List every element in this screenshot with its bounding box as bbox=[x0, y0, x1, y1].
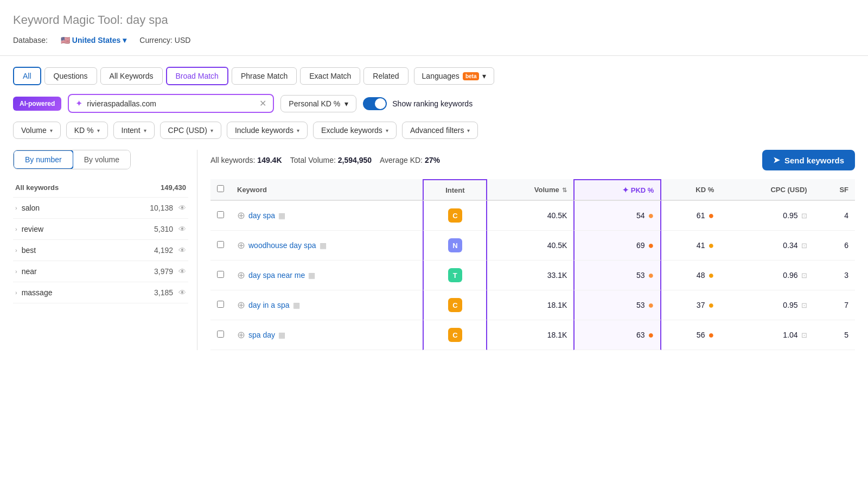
eye-icon[interactable]: 👁 bbox=[178, 267, 186, 276]
expand-arrow-icon: › bbox=[15, 289, 17, 296]
db-row: Database: 🇺🇸 United States ▾ Currency: U… bbox=[13, 36, 855, 45]
row-checkbox[interactable] bbox=[217, 271, 224, 278]
kd-filter[interactable]: KD % ▾ bbox=[66, 122, 108, 139]
show-ranking-toggle[interactable] bbox=[363, 97, 387, 110]
kd-value: 48 bbox=[697, 271, 705, 280]
database-country[interactable]: 🇺🇸 United States ▾ bbox=[61, 36, 126, 45]
row-checkbox[interactable] bbox=[217, 241, 224, 248]
pkd-value: 63 bbox=[636, 331, 645, 339]
add-icon[interactable]: ⊕ bbox=[237, 239, 245, 251]
keyword-link[interactable]: day spa near me bbox=[248, 271, 305, 280]
cpc-cell: 1.04 ⊡ bbox=[720, 320, 813, 350]
pkd-dot-icon: ● bbox=[648, 270, 654, 281]
list-item[interactable]: › massage 3,185 👁 bbox=[13, 282, 188, 303]
kd-cell: 61 ● bbox=[661, 201, 720, 231]
row-checkbox-cell bbox=[210, 261, 231, 290]
row-checkbox[interactable] bbox=[217, 331, 224, 338]
eye-icon[interactable]: 👁 bbox=[178, 288, 186, 297]
tab-phrase-match[interactable]: Phrase Match bbox=[232, 67, 297, 85]
eye-icon[interactable]: 👁 bbox=[178, 204, 186, 212]
chevron-down-icon: ▾ bbox=[97, 128, 100, 134]
add-icon[interactable]: ⊕ bbox=[237, 210, 245, 221]
eye-icon[interactable]: 👁 bbox=[178, 225, 186, 233]
view-toggle: By number By volume bbox=[13, 150, 131, 169]
sf-cell: 6 bbox=[814, 231, 855, 261]
tabs-row: All Questions All Keywords Broad Match P… bbox=[13, 67, 855, 85]
intent-badge-c: C bbox=[448, 208, 462, 223]
send-keywords-button[interactable]: ➤ Send keywords bbox=[762, 150, 855, 170]
pkd-cell: 69 ● bbox=[573, 231, 661, 261]
search-input[interactable] bbox=[87, 99, 255, 108]
sidebar-item-left: › review bbox=[15, 225, 43, 233]
sparkle-icon: ✦ bbox=[622, 186, 629, 194]
include-keywords-filter[interactable]: Include keywords ▾ bbox=[227, 122, 308, 139]
keyword-link[interactable]: spa day bbox=[248, 331, 275, 339]
list-item[interactable]: › near 3,979 👁 bbox=[13, 261, 188, 282]
title-static: Keyword Magic Tool: bbox=[13, 13, 123, 27]
select-all-checkbox[interactable] bbox=[217, 185, 224, 192]
volume-column-header[interactable]: Volume ⇅ bbox=[487, 179, 573, 201]
list-item[interactable]: › best 4,192 👁 bbox=[13, 240, 188, 261]
chevron-down-icon: ▾ bbox=[123, 36, 126, 45]
table-icon: ▦ bbox=[278, 211, 285, 220]
kd-column-header: KD % bbox=[661, 179, 720, 201]
by-number-button[interactable]: By number bbox=[13, 150, 74, 169]
by-volume-button[interactable]: By volume bbox=[73, 150, 130, 169]
sidebar-item-review: review bbox=[22, 225, 43, 233]
keyword-link[interactable]: day spa bbox=[248, 211, 275, 220]
languages-label: Languages bbox=[422, 72, 459, 80]
exclude-keywords-filter[interactable]: Exclude keywords ▾ bbox=[313, 122, 397, 139]
all-keywords-label: All keywords: bbox=[210, 156, 255, 164]
sidebar-item-salon: salon bbox=[22, 204, 40, 212]
volume-filter[interactable]: Volume ▾ bbox=[13, 122, 61, 139]
intent-filter[interactable]: Intent ▾ bbox=[113, 122, 155, 139]
keyword-link[interactable]: woodhouse day spa bbox=[248, 241, 316, 250]
clear-icon[interactable]: ✕ bbox=[259, 98, 266, 109]
tab-questions[interactable]: Questions bbox=[44, 67, 97, 85]
list-item[interactable]: › review 5,310 👁 bbox=[13, 219, 188, 240]
languages-button[interactable]: Languages beta ▾ bbox=[414, 67, 495, 85]
volume-cell: 40.5K bbox=[487, 231, 573, 261]
kd-label: KD % bbox=[74, 126, 94, 135]
intent-cell: C bbox=[423, 320, 487, 350]
cpc-cell: 0.95 ⊡ bbox=[720, 201, 813, 231]
sidebar-header-label: All keywords bbox=[15, 183, 59, 192]
expand-arrow-icon: › bbox=[15, 226, 17, 232]
keyword-link[interactable]: day in a spa bbox=[248, 301, 290, 309]
keywords-table: Keyword Intent Volume ⇅ ✦ PKD % KD % CPC… bbox=[210, 179, 855, 350]
ai-powered-badge: AI-powered bbox=[13, 97, 61, 111]
flag-icon: 🇺🇸 bbox=[61, 36, 70, 45]
beta-badge: beta bbox=[463, 72, 480, 80]
personal-kd-dropdown[interactable]: Personal KD % ▾ bbox=[280, 95, 356, 112]
tab-related[interactable]: Related bbox=[363, 67, 408, 85]
chevron-down-icon: ▾ bbox=[210, 128, 213, 134]
tab-all[interactable]: All bbox=[13, 67, 41, 85]
row-checkbox[interactable] bbox=[217, 211, 224, 218]
intent-badge-t: T bbox=[448, 268, 462, 282]
add-icon[interactable]: ⊕ bbox=[237, 269, 245, 281]
tab-broad-match[interactable]: Broad Match bbox=[166, 67, 228, 85]
add-icon[interactable]: ⊕ bbox=[237, 329, 245, 341]
expand-arrow-icon: › bbox=[15, 247, 17, 253]
send-icon: ➤ bbox=[773, 155, 780, 165]
intent-column-header: Intent bbox=[423, 179, 487, 201]
table-area: All keywords: 149.4K Total Volume: 2,594… bbox=[197, 150, 855, 350]
total-volume-value: 2,594,950 bbox=[338, 156, 372, 164]
intent-cell: C bbox=[423, 290, 487, 320]
row-checkbox[interactable] bbox=[217, 301, 224, 308]
list-item[interactable]: › salon 10,138 👁 bbox=[13, 198, 188, 219]
sidebar-item-near: near bbox=[22, 267, 37, 276]
cpc-filter[interactable]: CPC (USD) ▾ bbox=[160, 122, 221, 139]
sort-icon: ⇅ bbox=[562, 187, 567, 193]
tab-all-keywords[interactable]: All Keywords bbox=[100, 67, 163, 85]
filter-row: Volume ▾ KD % ▾ Intent ▾ CPC (USD) ▾ Inc… bbox=[13, 122, 855, 139]
advanced-filters-button[interactable]: Advanced filters ▾ bbox=[402, 122, 478, 139]
sidebar-item-left: › massage bbox=[15, 288, 52, 297]
intent-badge-c: C bbox=[448, 298, 462, 312]
eye-icon[interactable]: 👁 bbox=[178, 246, 186, 255]
show-ranking-label: Show ranking keywords bbox=[392, 99, 473, 108]
pkd-value: 53 bbox=[636, 301, 645, 309]
kd-dot-icon: ● bbox=[708, 329, 714, 341]
add-icon[interactable]: ⊕ bbox=[237, 299, 245, 311]
tab-exact-match[interactable]: Exact Match bbox=[300, 67, 360, 85]
